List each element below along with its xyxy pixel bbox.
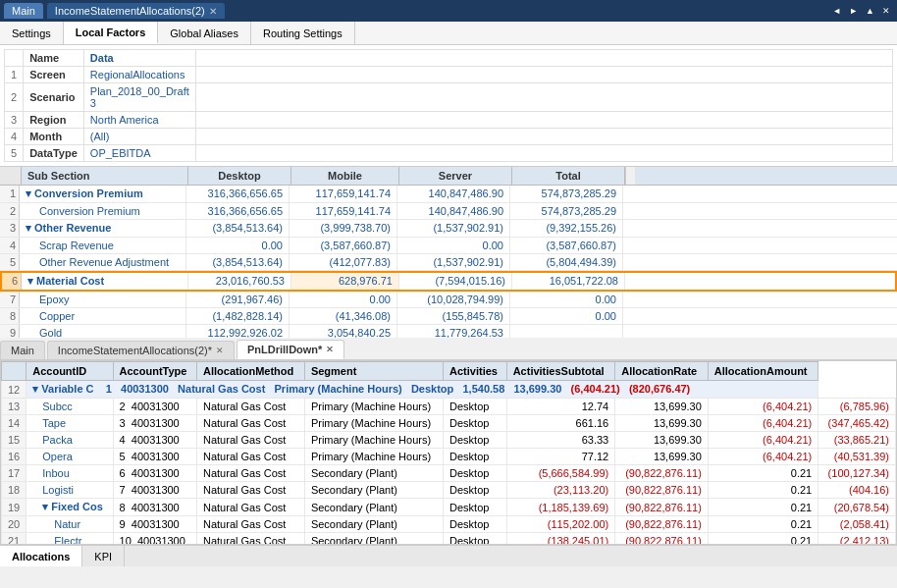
drill-segment-15: Desktop bbox=[444, 432, 507, 449]
lf-name-datatype: DataType bbox=[24, 145, 84, 162]
cell-subsection-4: Scrap Revenue bbox=[20, 238, 186, 253]
drill-accounttype-13: Natural Gas Cost bbox=[197, 399, 305, 415]
cell-mobile-2[interactable]: 117,659,141.74 bbox=[290, 203, 397, 219]
cell-total-4[interactable]: (3,587,660.87) bbox=[510, 238, 623, 253]
bottom-tab-kpi[interactable]: KPI bbox=[82, 546, 125, 566]
ctrl-right[interactable]: ► bbox=[846, 5, 861, 17]
drill-section-21: Electr bbox=[26, 533, 113, 546]
cell-desktop-4[interactable]: 0.00 bbox=[186, 238, 290, 253]
middle-tabs: Main IncomeStatementAllocations(2)* ✕ Pn… bbox=[0, 340, 897, 360]
top-row-2: 2 Conversion Premium 316,366,656.65 117,… bbox=[0, 203, 897, 220]
drill-method-19: Secondary (Plant) bbox=[304, 499, 443, 516]
drill-method-16: Primary (Machine Hours) bbox=[304, 449, 443, 465]
cell-desktop-5[interactable]: (3,854,513.64) bbox=[186, 254, 290, 270]
tab-main[interactable]: Main bbox=[4, 3, 43, 19]
ctrl-up[interactable]: ▲ bbox=[863, 5, 877, 17]
drill-section-14: Tape bbox=[26, 415, 113, 432]
cell-mobile-8[interactable]: (41,346.08) bbox=[290, 308, 397, 324]
drill-accountid-14: 3 40031300 bbox=[113, 415, 196, 432]
cell-total-5[interactable]: (5,804,494.39) bbox=[510, 254, 623, 270]
drill-rownum-12: 12 bbox=[2, 381, 26, 399]
drill-rownum-18: 18 bbox=[2, 482, 26, 499]
cell-desktop-3[interactable]: (3,854,513.64) bbox=[186, 220, 290, 237]
cell-total-1[interactable]: 574,873,285.29 bbox=[510, 186, 623, 202]
drill-rate-18: 0.21 bbox=[708, 482, 818, 499]
drill-subtotal-20: (90,822,876.11) bbox=[615, 516, 709, 533]
cell-mobile-1[interactable]: 117,659,141.74 bbox=[290, 186, 397, 202]
ctrl-close[interactable]: ✕ bbox=[879, 5, 893, 17]
tab-routing-settings[interactable]: Routing Settings bbox=[251, 22, 355, 44]
cell-desktop-2[interactable]: 316,366,656.65 bbox=[186, 203, 290, 219]
drill-subtotal-13: 13,699.30 bbox=[615, 399, 709, 415]
lf-num-5: 5 bbox=[5, 145, 24, 162]
lf-num-2: 2 bbox=[5, 83, 24, 112]
cell-mobile-6[interactable]: 628,976.71 bbox=[291, 273, 399, 290]
cell-server-9[interactable]: 11,779,264.53 bbox=[397, 325, 510, 338]
cell-total-6[interactable]: 16,051,722.08 bbox=[512, 273, 625, 290]
tab-main-middle[interactable]: Main bbox=[0, 341, 45, 359]
drill-subtotal-21: (90,822,876.11) bbox=[615, 533, 709, 546]
cell-server-7[interactable]: (10,028,794.99) bbox=[397, 292, 510, 307]
tab-income-close[interactable]: ✕ bbox=[209, 6, 217, 17]
drill-activities-15: 63.33 bbox=[506, 432, 615, 449]
cell-desktop-6[interactable]: 23,016,760.53 bbox=[188, 273, 291, 290]
tab-pnl-drilldown[interactable]: PnLDrillDown* ✕ bbox=[237, 340, 344, 359]
drill-amount-18: (404.16) bbox=[818, 482, 896, 499]
cell-mobile-4[interactable]: (3,587,660.87) bbox=[290, 238, 397, 253]
cell-desktop-9[interactable]: 112,992,926.02 bbox=[186, 325, 290, 338]
cell-total-3[interactable]: (9,392,155.26) bbox=[510, 220, 623, 237]
bottom-tab-allocations[interactable]: Allocations bbox=[0, 546, 82, 566]
drill-segment-14: Desktop bbox=[444, 415, 507, 432]
tab-pnl-close[interactable]: ✕ bbox=[326, 345, 334, 354]
drill-activities-13: 12.74 bbox=[506, 399, 615, 415]
cell-mobile-3[interactable]: (3,999,738.70) bbox=[290, 220, 397, 237]
tab-main-label-mid: Main bbox=[11, 345, 34, 356]
drill-amount-16: (40,531.39) bbox=[818, 449, 896, 465]
tab-local-factors[interactable]: Local Factors bbox=[64, 22, 159, 44]
drill-section-variable: ▾ Variable C 1 40031300 Natural Gas Cost… bbox=[26, 381, 818, 399]
lf-col-name: Name bbox=[24, 50, 84, 67]
cell-desktop-8[interactable]: (1,482,828.14) bbox=[186, 308, 290, 324]
tab-global-aliases[interactable]: Global Aliases bbox=[158, 22, 251, 44]
top-table-body: 1 ▾ Conversion Premium 316,366,656.65 11… bbox=[0, 186, 897, 338]
drill-accountid-20: 9 40031300 bbox=[113, 516, 196, 533]
drill-activities-19: (1,185,139.69) bbox=[506, 499, 615, 516]
drill-section-13: Subcc bbox=[26, 399, 113, 415]
drill-method-20: Secondary (Plant) bbox=[304, 516, 443, 533]
drill-accountid-21: 10 40031300 bbox=[113, 533, 196, 546]
cell-total-7[interactable]: 0.00 bbox=[510, 292, 623, 307]
cell-mobile-5[interactable]: (412,077.83) bbox=[290, 254, 397, 270]
cell-server-2[interactable]: 140,847,486.90 bbox=[397, 203, 510, 219]
cell-subsection-6: ▾ Material Cost bbox=[22, 273, 188, 290]
drill-rownum-15: 15 bbox=[2, 432, 26, 449]
tab-income-statement[interactable]: IncomeStatementAllocations(2) ✕ bbox=[47, 3, 225, 19]
top-row-6: 6 ▾ Material Cost 23,016,760.53 628,976.… bbox=[0, 271, 897, 292]
cell-server-3[interactable]: (1,537,902.91) bbox=[397, 220, 510, 237]
lf-row-screen: 1 Screen RegionalAllocations bbox=[5, 67, 893, 83]
cell-mobile-9[interactable]: 3,054,840.25 bbox=[290, 325, 397, 338]
cell-total-8[interactable]: 0.00 bbox=[510, 308, 623, 324]
lf-value-month: (All) bbox=[83, 129, 195, 145]
drill-row-18: 18 Logisti 7 40031300 Natural Gas Cost S… bbox=[2, 482, 896, 499]
drill-th-allocationrate: AllocationRate bbox=[615, 362, 709, 381]
tab-income-statement-mid[interactable]: IncomeStatementAllocations(2)* ✕ bbox=[47, 341, 235, 359]
cell-server-1[interactable]: 140,847,486.90 bbox=[397, 186, 510, 202]
cell-desktop-7[interactable]: (291,967.46) bbox=[186, 292, 290, 307]
drill-section-17: Inbou bbox=[26, 465, 113, 482]
cell-server-6[interactable]: (7,594,015.16) bbox=[399, 273, 512, 290]
header-rownum bbox=[0, 167, 22, 185]
cell-total-2[interactable]: 574,873,285.29 bbox=[510, 203, 623, 219]
tab-settings[interactable]: Settings bbox=[0, 22, 64, 44]
lf-row-month: 4 Month (All) bbox=[5, 129, 893, 145]
drill-row-13: 13 Subcc 2 40031300 Natural Gas Cost Pri… bbox=[2, 399, 896, 415]
tab-income-close-mid[interactable]: ✕ bbox=[216, 346, 224, 355]
cell-server-8[interactable]: (155,845.78) bbox=[397, 308, 510, 324]
cell-desktop-1[interactable]: 316,366,656.65 bbox=[186, 186, 290, 202]
drill-row-21: 21 Electr 10 40031300 Natural Gas Cost S… bbox=[2, 533, 896, 546]
cell-server-5[interactable]: (1,537,902.91) bbox=[397, 254, 510, 270]
drill-accountid-17: 6 40031300 bbox=[113, 465, 196, 482]
cell-mobile-7[interactable]: 0.00 bbox=[290, 292, 397, 307]
cell-server-4[interactable]: 0.00 bbox=[397, 238, 510, 253]
drill-rate-19: 0.21 bbox=[708, 499, 818, 516]
ctrl-left[interactable]: ◄ bbox=[829, 5, 844, 17]
